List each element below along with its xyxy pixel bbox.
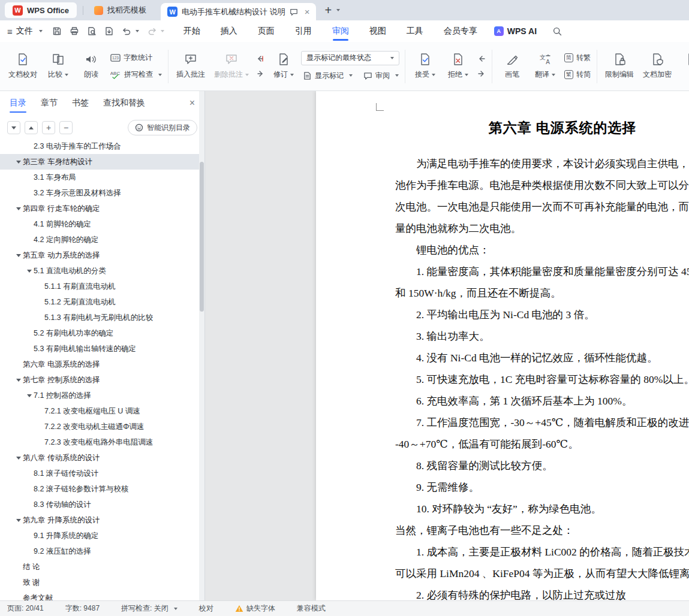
toc-item[interactable]: 3.2 车身示意图及材料选择 xyxy=(0,185,199,201)
doc-line[interactable]: 2. 平均输出电压为 Ni-Cd 电池的 3 倍。 xyxy=(395,304,689,325)
tab-list-chevron-icon[interactable] xyxy=(336,9,340,11)
translate-button[interactable]: 文A 翻译 xyxy=(529,47,561,86)
print-preview-button[interactable] xyxy=(87,26,97,36)
clipped-ribbon-button[interactable]: 文 xyxy=(677,47,689,86)
toc-item[interactable]: 第八章 传动系统的设计 xyxy=(0,450,199,466)
toc-item[interactable]: 5.3 有刷电机输出轴转速的确定 xyxy=(0,341,199,357)
word-count-indicator[interactable]: 字数: 9487 xyxy=(65,603,100,614)
ink-pen-button[interactable]: 画笔 xyxy=(497,47,528,86)
save-button[interactable] xyxy=(52,26,62,36)
toc-item[interactable]: 结 论 xyxy=(0,559,199,575)
toc-item[interactable]: 7.1 控制器的选择 xyxy=(0,388,199,403)
doc-line[interactable]: 为满足电动手推车的使用要求，本设计必须实现自主供电，所以选 xyxy=(395,153,689,174)
collapse-all-button[interactable] xyxy=(25,121,38,134)
toc-item[interactable]: 致 谢 xyxy=(0,575,199,590)
toc-item-selected[interactable]: 第三章 车身结构设计 xyxy=(0,154,199,170)
document-page[interactable]: 第六章 电源系统的选择 为满足电动手推车的使用要求，本设计必须实现自主供电，所以… xyxy=(316,91,689,600)
word-count-button[interactable]: 123 字数统计 xyxy=(109,52,164,64)
tab-chapters[interactable]: 章节 xyxy=(41,98,58,108)
doc-line[interactable]: 8. 残留容量的测试比较方便。 xyxy=(395,455,689,476)
toc-item[interactable]: 8.1 滚子链传动设计 xyxy=(0,466,199,481)
doc-line[interactable]: 量的电池就称为二次电池。 xyxy=(395,218,689,239)
tab-bookmarks[interactable]: 书签 xyxy=(72,98,89,108)
chapter-title[interactable]: 第六章 电源系统的选择 xyxy=(395,119,689,137)
tab-find-replace[interactable]: 查找和替换 xyxy=(103,98,145,108)
tab-document-active[interactable]: W 电动手推车机械结构设计 说明 × xyxy=(161,3,316,20)
toc-item[interactable]: 第五章 动力系统的选择 xyxy=(0,247,199,263)
toc-item[interactable]: 7.2.2 改变电动机主磁通Φ调速 xyxy=(0,419,199,434)
insert-comment-button[interactable]: 插入批注 xyxy=(173,47,209,86)
tab-page[interactable]: 页面 xyxy=(258,20,275,42)
tab-wps-home[interactable]: W WPS Office xyxy=(5,2,77,18)
proofread-status[interactable]: 校对 xyxy=(199,603,213,614)
doc-line[interactable]: 4. 没有 Ni-Cd 电池一样的记忆效应，循环性能优越。 xyxy=(395,347,689,369)
doc-line[interactable]: 1. 成本高，主要是正极材料 LiC002 的价格高，随着正极技术的不 xyxy=(395,541,689,563)
toc-item[interactable]: 第九章 升降系统的设计 xyxy=(0,512,199,528)
doc-line[interactable]: 锂电池的优点： xyxy=(395,239,689,261)
collapse-arrow-icon[interactable] xyxy=(16,379,21,382)
read-aloud-button[interactable]: 朗读 xyxy=(76,47,107,86)
collapse-arrow-icon[interactable] xyxy=(16,161,21,164)
doc-line[interactable]: 6. 充电效率高，第 1 次循环后基本上为 100%。 xyxy=(395,390,689,412)
simplified-to-traditional-button[interactable]: 简 转繁 xyxy=(562,52,592,64)
doc-line[interactable]: 10. 对环静较为 “友好”，称为绿色电池。 xyxy=(395,498,689,520)
delete-comment-button[interactable]: 删除批注 xyxy=(210,47,252,86)
reject-change-button[interactable]: 拒绝 xyxy=(443,47,474,86)
close-tab-icon[interactable]: × xyxy=(305,7,310,16)
tab-view[interactable]: 视图 xyxy=(369,20,386,42)
tab-docer-templates[interactable]: 找稻壳模板 xyxy=(89,2,151,18)
new-tab-button[interactable]: + xyxy=(324,4,332,16)
accept-change-button[interactable]: 接受 xyxy=(410,47,441,86)
toc-item[interactable]: 5.1.2 无刷直流电动机 xyxy=(0,294,199,310)
doc-line[interactable]: 当然，锂离子电池也有一些不足之处： xyxy=(395,520,689,541)
doc-line[interactable]: 次电池。一次电池是只能使用一次而不可再补充能量的电池，而可以重复 xyxy=(395,196,689,218)
review-options-button[interactable]: 审阅 xyxy=(362,70,401,82)
spell-check-button[interactable]: ABC 拼写检查 xyxy=(109,68,164,81)
doc-line[interactable]: 2. 必须有特殊的保护电路，以防止过充或过放 xyxy=(395,584,689,600)
tab-home[interactable]: 开始 xyxy=(183,20,200,42)
print-button[interactable] xyxy=(70,26,79,36)
show-markup-button[interactable]: 显示标记 xyxy=(301,70,354,82)
doc-proofread-button[interactable]: 文档校对 xyxy=(5,47,41,86)
collapse-arrow-icon[interactable] xyxy=(16,207,21,210)
toc-item[interactable]: 第四章 行走车轮的确定 xyxy=(0,201,199,216)
doc-line[interactable]: 可以采用 LiMn204 、KiFeP04 等为正极，从而有望大大降低锂离子电池 xyxy=(395,563,689,584)
doc-line[interactable]: 7. 工作温度范围宽，-30～+45℃，随着电解质和正极的改进，期望能 xyxy=(395,412,689,433)
sidebar-scrollbar[interactable] xyxy=(199,91,204,600)
expand-all-button[interactable] xyxy=(7,121,20,134)
zoom-out-outline-button[interactable]: − xyxy=(59,121,73,134)
collapse-arrow-icon[interactable] xyxy=(27,394,32,397)
collapse-arrow-icon[interactable] xyxy=(27,270,32,273)
toc-item[interactable]: 5.1 直流电动机的分类 xyxy=(0,263,199,279)
doc-line[interactable]: 9. 无需维修。 xyxy=(395,476,689,498)
restrict-editing-button[interactable]: 限制编辑 xyxy=(601,47,637,86)
doc-line[interactable]: 5. 可快速充放电，1C 充电时容量可达标称容量的 80%以上。 xyxy=(395,369,689,390)
next-comment-button[interactable] xyxy=(254,68,266,79)
toc-item[interactable]: 9.1 升降系统的确定 xyxy=(0,528,199,543)
collapse-arrow-icon[interactable] xyxy=(16,254,21,257)
tab-review[interactable]: 审阅 xyxy=(332,20,349,42)
toc-item[interactable]: 5.1.3 有刷电机与无刷电机的比较 xyxy=(0,310,199,325)
traditional-to-simplified-button[interactable]: 繁 转简 xyxy=(562,68,592,81)
toc-item[interactable]: 8.2 滚子链轮参数计算与校核 xyxy=(0,481,199,497)
smart-recognize-toc-button[interactable]: 智能识别目录 xyxy=(128,120,197,135)
zoom-in-outline-button[interactable]: + xyxy=(42,121,55,134)
collapse-arrow-icon[interactable] xyxy=(16,457,21,460)
toc-item[interactable]: 5.2 有刷电机功率的确定 xyxy=(0,325,199,341)
next-change-button[interactable] xyxy=(476,68,488,79)
doc-line[interactable]: 池作为手推车电源。电池是种类根据使用次数不同大致上可以分为一次电 xyxy=(395,174,689,196)
toc-item[interactable]: 5.1.1 有刷直流电动机 xyxy=(0,279,199,294)
spell-check-status[interactable]: 拼写检查: 关闭 xyxy=(121,603,177,614)
search-button[interactable] xyxy=(552,26,562,37)
compatibility-mode-indicator[interactable]: 兼容模式 xyxy=(297,603,326,614)
toc-item[interactable]: 7.2.3 改变电枢电路外串电阻调速 xyxy=(0,434,199,450)
tab-tools[interactable]: 工具 xyxy=(407,20,423,42)
toc-item[interactable]: 第七章 控制系统的选择 xyxy=(0,372,199,388)
page-indicator[interactable]: 页面: 20/41 xyxy=(7,603,44,614)
tab-contents[interactable]: 目录 xyxy=(10,98,26,108)
toc-item[interactable]: 参考文献 xyxy=(0,590,199,600)
wps-ai-button[interactable]: A WPS AI xyxy=(494,26,537,36)
toc-item[interactable]: 8.3 传动轴的设计 xyxy=(0,497,199,512)
export-pdf-button[interactable] xyxy=(104,26,114,36)
previous-change-button[interactable] xyxy=(476,53,488,64)
